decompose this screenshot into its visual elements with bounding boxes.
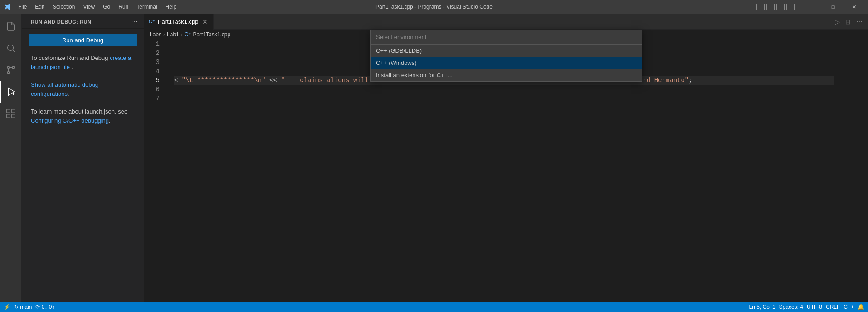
- window-controls: ─ □ ✕: [802, 0, 864, 14]
- menu-go[interactable]: Go: [99, 3, 114, 11]
- line-num-7: 7: [144, 94, 163, 103]
- line-num-6: 6: [144, 85, 163, 94]
- environment-dropdown: C++ (GDB/LLDB) C++ (Windows) Install an …: [144, 30, 868, 82]
- status-bar: ⚡ ↻ main ⟳ 0↓ 0↑ Ln 5, Col 1 Spaces: 4 U…: [0, 302, 868, 312]
- run-editor-btn[interactable]: ▷: [833, 17, 842, 26]
- env-search-input[interactable]: [371, 30, 642, 45]
- minimize-btn[interactable]: ─: [802, 0, 823, 14]
- svg-point-4: [7, 71, 10, 74]
- run-and-debug-button[interactable]: Run and Debug: [29, 34, 137, 46]
- vscode-icon: [4, 3, 11, 10]
- maximize-btn[interactable]: □: [823, 0, 844, 14]
- layout-btn-1[interactable]: [756, 4, 765, 10]
- svg-point-0: [7, 45, 13, 51]
- env-selector-panel: C++ (GDB/LLDB) C++ (Windows) Install an …: [370, 30, 642, 82]
- menu-file[interactable]: File: [15, 3, 30, 11]
- svg-line-1: [13, 50, 15, 52]
- menu-edit[interactable]: Edit: [31, 3, 48, 11]
- activity-extensions[interactable]: [0, 103, 22, 124]
- configuring-cpp-link[interactable]: Configuring C/C++ debugging: [31, 117, 109, 124]
- tab-label: Part1Task1.cpp: [158, 18, 199, 25]
- activity-run-debug[interactable]: [0, 81, 22, 103]
- svg-rect-10: [11, 109, 15, 113]
- menu-view[interactable]: View: [79, 3, 98, 11]
- show-all-auto-debug-link[interactable]: Show all automatic debugconfigurations: [31, 81, 98, 97]
- svg-rect-11: [6, 114, 10, 118]
- status-language[interactable]: C++: [844, 304, 854, 310]
- sidebar-learn-more-text: To learn more about launch.json, see Con…: [22, 102, 144, 129]
- sidebar-show-all-text: Show all automatic debugconfigurations.: [22, 75, 144, 102]
- code-line-7: [174, 94, 834, 103]
- status-bar-left: ⚡ ↻ main ⟳ 0↓ 0↑: [4, 304, 54, 310]
- status-bar-right: Ln 5, Col 1 Spaces: 4 UTF-8 CRLF C++ 🔔: [749, 304, 864, 310]
- status-branch[interactable]: ↻ main: [14, 304, 32, 310]
- activity-search[interactable]: [0, 37, 22, 59]
- editor-area: C⁺ Part1Task1.cpp ✕ ▷ ⊟ ⋯ Labs › Lab1 › …: [144, 14, 868, 302]
- cpp-file-icon: C⁺: [149, 19, 155, 25]
- close-btn[interactable]: ✕: [844, 0, 864, 14]
- menu-terminal[interactable]: Terminal: [133, 3, 161, 11]
- split-editor-btn[interactable]: ⊟: [844, 17, 853, 26]
- layout-btn-4[interactable]: [786, 4, 795, 10]
- sidebar-customize-text: To customize Run and Debug create a laun…: [22, 50, 144, 75]
- layout-controls: [756, 4, 795, 10]
- title-bar: File Edit Selection View Go Run Terminal…: [0, 0, 868, 14]
- env-option-windows[interactable]: C++ (Windows): [371, 57, 642, 69]
- title-bar-right: ─ □ ✕: [756, 0, 864, 14]
- more-editor-btn[interactable]: ⋯: [854, 17, 864, 26]
- layout-btn-2[interactable]: [766, 4, 775, 10]
- title-bar-menu[interactable]: File Edit Selection View Go Run Terminal…: [15, 3, 180, 11]
- status-ln-col[interactable]: Ln 5, Col 1: [749, 304, 775, 310]
- tab-part1task1[interactable]: C⁺ Part1Task1.cpp ✕: [144, 14, 214, 30]
- status-notifications[interactable]: 🔔: [858, 304, 864, 310]
- main-area: RUN AND DEBUG: RUN ⋯ Run and Debug To cu…: [0, 14, 868, 302]
- sidebar-title: RUN AND DEBUG: RUN: [31, 19, 92, 25]
- sidebar-header: RUN AND DEBUG: RUN ⋯: [22, 14, 144, 28]
- sidebar-actions: ⋯: [130, 17, 138, 26]
- status-eol[interactable]: CRLF: [826, 304, 840, 310]
- svg-rect-12: [11, 114, 15, 118]
- svg-rect-9: [6, 109, 10, 113]
- status-encoding[interactable]: UTF-8: [807, 304, 822, 310]
- tab-close-btn[interactable]: ✕: [201, 17, 209, 26]
- editor-top-controls: ▷ ⊟ ⋯: [829, 14, 868, 30]
- sidebar-divider: [22, 28, 144, 29]
- status-spaces[interactable]: Spaces: 4: [779, 304, 803, 310]
- activity-explorer[interactable]: [0, 15, 22, 37]
- env-option-install-extension[interactable]: Install an extension for C++...: [371, 69, 642, 81]
- tab-bar: C⁺ Part1Task1.cpp ✕ ▷ ⊟ ⋯: [144, 14, 868, 30]
- svg-point-3: [12, 66, 15, 69]
- svg-point-2: [7, 66, 10, 69]
- sidebar: RUN AND DEBUG: RUN ⋯ Run and Debug To cu…: [22, 14, 144, 302]
- title-bar-left: File Edit Selection View Go Run Terminal…: [4, 3, 180, 11]
- status-sync[interactable]: ⟳ 0↓ 0↑: [35, 304, 54, 310]
- menu-run[interactable]: Run: [115, 3, 132, 11]
- activity-bar: [0, 14, 22, 302]
- sidebar-more-btn[interactable]: ⋯: [130, 17, 138, 26]
- code-line-6: [174, 85, 834, 94]
- status-remote[interactable]: ⚡: [4, 304, 10, 310]
- layout-btn-3[interactable]: [776, 4, 785, 10]
- env-option-gdb-lldb[interactable]: C++ (GDB/LLDB): [371, 45, 642, 57]
- menu-selection[interactable]: Selection: [49, 3, 78, 11]
- window-title: Part1Task1.cpp - Programs - Visual Studi…: [375, 4, 493, 10]
- menu-help[interactable]: Help: [162, 3, 180, 11]
- activity-source-control[interactable]: [0, 59, 22, 81]
